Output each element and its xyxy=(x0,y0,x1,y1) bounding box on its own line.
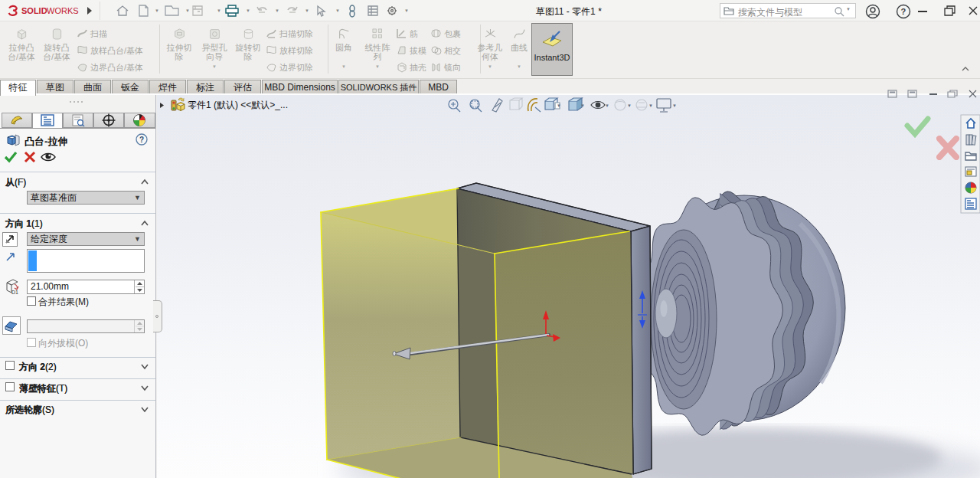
svg-text:▼: ▼ xyxy=(246,8,250,13)
svg-text:?: ? xyxy=(901,7,906,16)
svg-text:▼: ▼ xyxy=(404,8,409,13)
svg-text:D1: D1 xyxy=(11,290,18,295)
svg-text:▼: ▼ xyxy=(605,103,609,108)
svg-text:零件1 (默认) <<默认>_...: 零件1 (默认) <<默认>_... xyxy=(188,100,288,110)
svg-text:▼: ▼ xyxy=(335,8,340,13)
svg-text:▼: ▼ xyxy=(305,8,309,13)
svg-text:SOLID: SOLID xyxy=(21,6,47,15)
svg-text:▼: ▼ xyxy=(217,8,221,13)
svg-text:▼: ▼ xyxy=(557,103,561,108)
svg-text:WORKS: WORKS xyxy=(47,6,79,15)
svg-text:▼: ▼ xyxy=(672,103,677,108)
svg-text:▼: ▼ xyxy=(648,103,653,108)
svg-text:▼: ▼ xyxy=(155,8,159,13)
svg-text:?: ? xyxy=(139,136,144,144)
svg-text:▼: ▼ xyxy=(275,8,279,13)
svg-text:▼: ▼ xyxy=(580,103,585,108)
svg-text:▼: ▼ xyxy=(627,103,632,108)
svg-text:▼: ▼ xyxy=(185,8,190,13)
